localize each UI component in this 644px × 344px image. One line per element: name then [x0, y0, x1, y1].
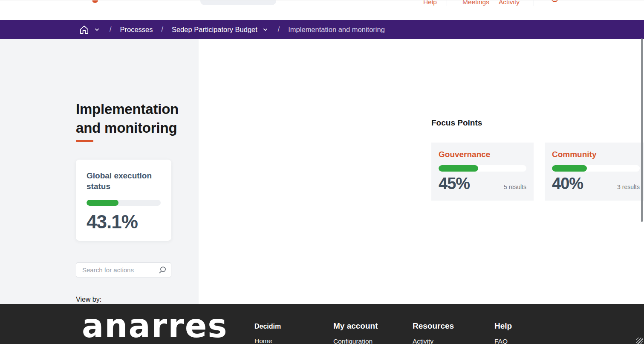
footer: anarres Decidim Home My account Configur…	[0, 304, 644, 344]
global-progress-percent: 43.1%	[87, 211, 161, 233]
global-execution-status-card: Global execution status 43.1%	[76, 160, 171, 241]
focus-points-heading: Focus Points	[431, 118, 482, 128]
page-title: Implementation and monitoring	[76, 100, 199, 137]
focus-point-title-link[interactable]: Community	[552, 150, 640, 159]
breadcrumb-processes-link[interactable]: Processes	[120, 26, 153, 34]
breadcrumb-separator: /	[278, 26, 280, 33]
chevron-down-icon[interactable]	[263, 27, 268, 32]
footer-logo[interactable]: anarres	[82, 302, 228, 344]
footer-link-configuration[interactable]: Configuration	[333, 338, 378, 344]
focus-point-progress-fill	[552, 165, 587, 172]
focus-point-card: Gouvernance 45% 5 results	[431, 143, 534, 201]
search-icon[interactable]	[159, 266, 166, 274]
topnav-divider	[534, 0, 534, 6]
focus-point-progress-bar	[439, 165, 526, 172]
breadcrumb: / Processes / Sedep Participatory Budget…	[0, 20, 644, 39]
title-underline	[76, 140, 93, 142]
footer-column-resources: Resources Activity	[413, 321, 454, 344]
focus-point-results-count: 5 results	[504, 184, 526, 192]
chevron-down-icon[interactable]	[95, 27, 99, 32]
breadcrumb-separator: /	[161, 26, 163, 33]
breadcrumb-current-page: Implementation and monitoring	[288, 26, 385, 34]
sidebar: Implementation and monitoring Global exe…	[0, 39, 199, 304]
focus-point-card: Community 40% 3 results	[545, 143, 644, 201]
focus-points-cards: Gouvernance 45% 5 results Community 40% …	[431, 143, 644, 201]
footer-column-heading: Decidim	[254, 321, 281, 330]
focus-point-progress-fill	[439, 165, 478, 172]
scrollbar-thumb[interactable]	[641, 38, 643, 222]
status-card-title: Global execution status	[87, 170, 161, 192]
topnav-meetings-link[interactable]: Meetings	[462, 0, 489, 6]
page: Help Meetings Activity / Processes / Sed…	[0, 0, 644, 344]
resize-grip-icon[interactable]	[636, 338, 643, 344]
global-progress-fill	[87, 200, 118, 206]
footer-column-my-account: My account Configuration	[333, 321, 378, 344]
main-content: Focus Points Gouvernance 45% 5 results C…	[199, 39, 644, 304]
topnav-help-link[interactable]: Help	[423, 0, 437, 6]
breadcrumb-separator: /	[110, 26, 111, 33]
topnav-activity-link[interactable]: Activity	[499, 0, 520, 6]
breadcrumb-process-link[interactable]: Sedep Participatory Budget	[172, 26, 257, 34]
user-avatar[interactable]	[551, 0, 558, 2]
global-search-field[interactable]	[200, 0, 276, 5]
footer-column-heading: My account	[333, 321, 378, 331]
top-header: Help Meetings Activity	[0, 0, 644, 20]
navbar-logo-icon[interactable]	[92, 0, 98, 4]
home-icon[interactable]	[79, 25, 89, 35]
footer-column-heading: Help	[494, 321, 512, 331]
focus-point-percent: 45%	[439, 175, 470, 192]
focus-point-progress-bar	[552, 165, 640, 172]
focus-point-title-link[interactable]: Gouvernance	[439, 150, 526, 159]
search-input[interactable]	[82, 266, 159, 274]
footer-column-help: Help FAQ	[494, 321, 512, 344]
focus-point-results-count: 3 results	[617, 184, 640, 192]
global-progress-bar	[87, 200, 161, 206]
topnav-divider	[447, 0, 447, 6]
footer-column-heading: Resources	[413, 321, 454, 331]
footer-link-activity[interactable]: Activity	[413, 338, 454, 344]
footer-link-faq[interactable]: FAQ	[494, 338, 512, 344]
actions-search-field	[76, 262, 171, 277]
focus-point-percent: 40%	[552, 175, 583, 192]
footer-link-home[interactable]: Home	[254, 337, 281, 344]
footer-column-decidim: Decidim Home	[254, 321, 281, 344]
